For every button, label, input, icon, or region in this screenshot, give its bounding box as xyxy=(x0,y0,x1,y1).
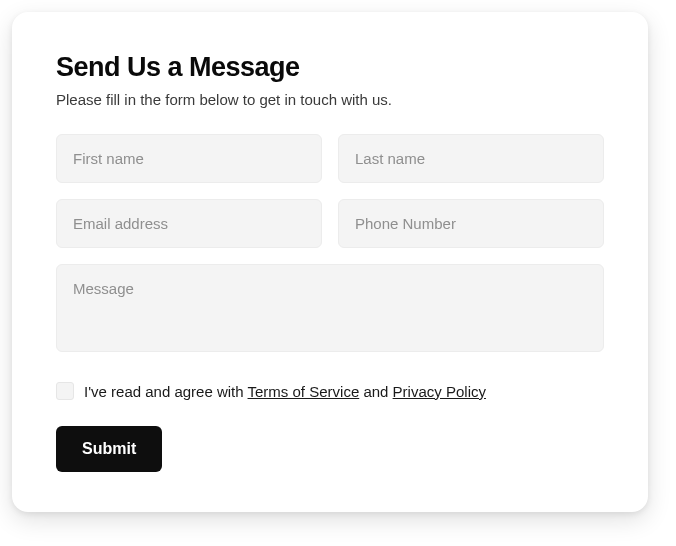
agree-row: I've read and agree with Terms of Servic… xyxy=(56,382,604,400)
first-name-field[interactable] xyxy=(56,134,322,183)
form-subtext: Please fill in the form below to get in … xyxy=(56,91,604,108)
agree-middle: and xyxy=(359,383,392,400)
name-row xyxy=(56,134,604,183)
phone-field[interactable] xyxy=(338,199,604,248)
submit-button[interactable]: Submit xyxy=(56,426,162,472)
agree-text: I've read and agree with Terms of Servic… xyxy=(84,383,486,400)
last-name-field[interactable] xyxy=(338,134,604,183)
form-heading: Send Us a Message xyxy=(56,52,604,83)
agree-checkbox[interactable] xyxy=(56,382,74,400)
tos-link[interactable]: Terms of Service xyxy=(248,383,360,400)
email-field[interactable] xyxy=(56,199,322,248)
message-field[interactable] xyxy=(56,264,604,352)
privacy-link[interactable]: Privacy Policy xyxy=(393,383,486,400)
contact-row xyxy=(56,199,604,248)
agree-prefix: I've read and agree with xyxy=(84,383,248,400)
contact-form-card: Send Us a Message Please fill in the for… xyxy=(12,12,648,512)
